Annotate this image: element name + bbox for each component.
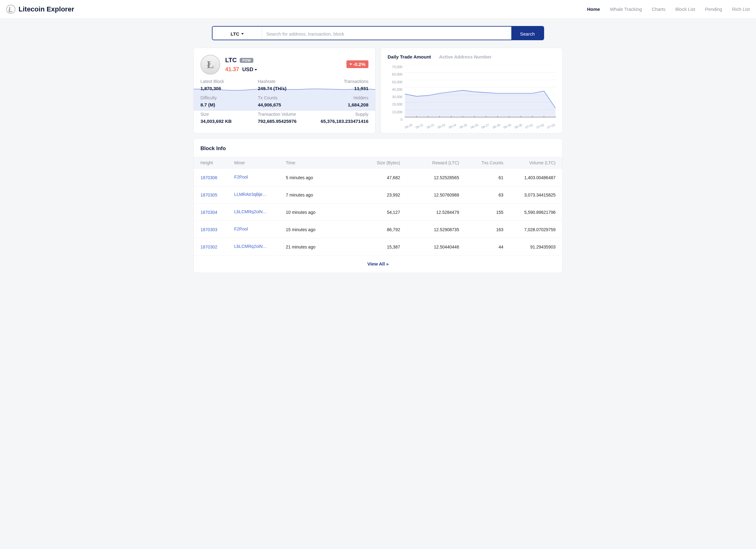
block-info-title: Block Info — [194, 145, 562, 156]
block-size: 54,127 — [349, 204, 400, 221]
block-reward: 12.52528565 — [400, 169, 459, 186]
block-reward: 12.50440446 — [400, 238, 459, 255]
price-change-value: -0.2% — [353, 62, 365, 67]
coin-symbol: LTC — [225, 57, 237, 64]
miner-link[interactable]: LLMRAtr3qBje… — [234, 192, 267, 197]
block-height-link[interactable]: 1870303 — [200, 227, 217, 232]
block-height-link[interactable]: 1870306 — [200, 175, 217, 180]
chart-tabs: Daily Trade Amount Active Address Number — [388, 54, 556, 59]
trade-chart-card: Daily Trade Amount Active Address Number… — [380, 48, 563, 133]
nav-home[interactable]: Home — [587, 6, 600, 12]
price-change-badge: -0.2% — [346, 60, 368, 68]
col-header-reward: Reward (LTC) — [400, 156, 459, 169]
table-row: 1870303F2Pool15 minutes ago86,79212.5290… — [194, 221, 562, 238]
chart-area: 70,000 60,000 50,000 40,000 30,000 20,00… — [388, 65, 556, 127]
block-txs: 63 — [459, 186, 503, 204]
litecoin-logo-icon — [6, 5, 15, 14]
block-time: 21 minutes ago — [286, 238, 349, 255]
search-input[interactable] — [262, 27, 511, 40]
block-height-link[interactable]: 1870304 — [200, 210, 217, 215]
block-time: 7 minutes ago — [286, 186, 349, 204]
block-reward: 12.50760988 — [400, 186, 459, 204]
currency-selector[interactable]: USD — [242, 66, 257, 73]
block-height-link[interactable]: 1870305 — [200, 192, 217, 197]
block-txs: 163 — [459, 221, 503, 238]
arrow-down-icon — [350, 63, 352, 65]
block-time: 10 minutes ago — [286, 204, 349, 221]
chart-svg — [405, 65, 556, 117]
stat-size: Size34,003,692 KB — [200, 112, 258, 124]
nav-block-list[interactable]: Block List — [675, 6, 695, 12]
table-row: 1870304LbLCMRq2oiN…10 minutes ago54,1271… — [194, 204, 562, 221]
block-volume: 5,590.89621796 — [503, 204, 562, 221]
stat-tx-volume: Transaction Volume792,685.95425976 — [258, 112, 321, 124]
block-reward: 12.52908735 — [400, 221, 459, 238]
block-size: 15,387 — [349, 238, 400, 255]
miner-link[interactable]: F2Pool — [234, 226, 248, 231]
block-volume: 91.29435903 — [503, 238, 562, 255]
coin-selector[interactable]: LTC — [213, 27, 262, 40]
site-title: Litecoin Explorer — [19, 5, 74, 13]
block-table: Height Miner Time Size (Bytes) Reward (L… — [194, 156, 562, 255]
stat-holders: Holders1,684,208 — [321, 95, 368, 107]
col-header-time: Time — [286, 156, 349, 169]
stat-transactions: Transactions11,931 — [321, 79, 368, 91]
table-row: 1870305LLMRAtr3qBje…7 minutes ago23,9921… — [194, 186, 562, 204]
block-info-card: Block Info Height Miner Time Size (Bytes… — [193, 138, 563, 273]
table-row: 1870306F2Pool5 minutes ago47,68212.52528… — [194, 169, 562, 186]
col-header-txs: Txs Counts — [459, 156, 503, 169]
stat-latest-block: Latest Block1,870,306 — [200, 79, 258, 91]
block-size: 23,992 — [349, 186, 400, 204]
search-section: LTC Search — [193, 19, 563, 48]
block-time: 15 minutes ago — [286, 221, 349, 238]
nav-charts[interactable]: Charts — [652, 6, 665, 12]
chart-y-axis: 70,000 60,000 50,000 40,000 30,000 20,00… — [388, 65, 404, 121]
main-nav: Home Whale Tracking Charts Block List Pe… — [587, 6, 750, 12]
chevron-right-icon: » — [386, 261, 389, 266]
block-time: 5 minutes ago — [286, 169, 349, 186]
view-all-link[interactable]: View All » — [367, 261, 389, 266]
currency-label: USD — [242, 66, 253, 73]
logo[interactable]: Litecoin Explorer — [6, 5, 74, 14]
chart-x-axis: 06-2006-2106-2206-2306-2406-2506-2606-27… — [405, 126, 556, 129]
chevron-down-icon — [241, 33, 244, 35]
stat-supply: Supply65,376,183.233471416 — [321, 112, 368, 124]
coin-price: 41.37 — [225, 66, 239, 73]
block-volume: 1,403.00486487 — [503, 169, 562, 186]
stat-difficulty: Difficulty8.7 (M) — [200, 95, 258, 107]
view-all-label: View All — [367, 261, 385, 266]
miner-link[interactable]: LbLCMRq2oiN… — [234, 209, 267, 214]
stats-grid: Latest Block1,870,306 Hashrate249.74 (TH… — [200, 79, 368, 124]
tab-active-address[interactable]: Active Address Number — [439, 54, 492, 59]
pow-badge: POW — [240, 58, 253, 63]
block-size: 47,682 — [349, 169, 400, 186]
col-header-volume: Volume (LTC) — [503, 156, 562, 169]
block-volume: 3,073.34415825 — [503, 186, 562, 204]
coin-icon: Ł — [200, 55, 220, 75]
stat-hashrate: Hashrate249.74 (TH/s) — [258, 79, 321, 91]
block-txs: 44 — [459, 238, 503, 255]
nav-pending[interactable]: Pending — [705, 6, 722, 12]
block-txs: 61 — [459, 169, 503, 186]
block-height-link[interactable]: 1870302 — [200, 244, 217, 249]
coin-stats-card: Ł LTC POW 41.37 USD — [193, 48, 376, 133]
block-size: 86,792 — [349, 221, 400, 238]
miner-link[interactable]: LbLCMRq2oiN… — [234, 244, 267, 249]
tab-daily-trade[interactable]: Daily Trade Amount — [388, 54, 431, 59]
stat-tx-counts: Tx Counts44,906,675 — [258, 95, 321, 107]
col-header-size: Size (Bytes) — [349, 156, 400, 169]
block-volume: 7,028.07029759 — [503, 221, 562, 238]
coin-selector-label: LTC — [230, 31, 239, 36]
header: Litecoin Explorer Home Whale Tracking Ch… — [0, 0, 756, 19]
search-button[interactable]: Search — [511, 27, 543, 40]
table-header-row: Height Miner Time Size (Bytes) Reward (L… — [194, 156, 562, 169]
nav-whale-tracking[interactable]: Whale Tracking — [610, 6, 642, 12]
col-header-height: Height — [194, 156, 234, 169]
chevron-down-icon — [255, 69, 257, 71]
nav-rich-list[interactable]: Rich List — [732, 6, 750, 12]
miner-link[interactable]: F2Pool — [234, 174, 248, 179]
table-row: 1870302LbLCMRq2oiN…21 minutes ago15,3871… — [194, 238, 562, 255]
block-txs: 155 — [459, 204, 503, 221]
col-header-miner: Miner — [234, 156, 286, 169]
search-bar: LTC Search — [212, 26, 544, 40]
